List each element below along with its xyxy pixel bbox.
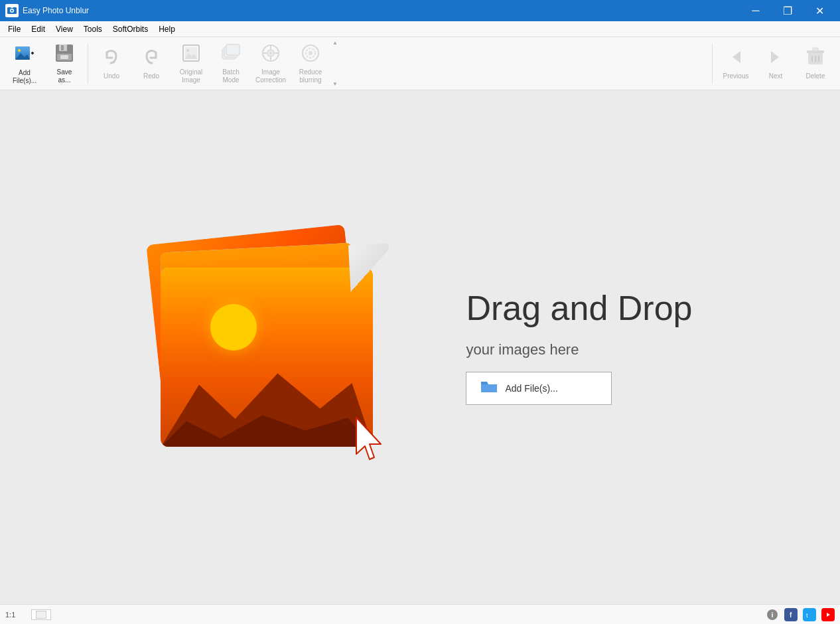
- original-image-button[interactable]: OriginalImage: [172, 41, 210, 86]
- delete-icon: [806, 47, 825, 70]
- add-files-label: AddFile(s)...: [13, 69, 36, 85]
- save-as-button[interactable]: Saveas...: [45, 41, 84, 86]
- app-title: Easy Photo Unblur: [23, 6, 740, 15]
- svg-marker-37: [356, 418, 381, 459]
- twitter-icon[interactable]: t: [803, 608, 816, 621]
- previous-label: Previous: [723, 72, 749, 80]
- next-button[interactable]: Next: [756, 41, 795, 86]
- batch-mode-button[interactable]: BatchMode: [212, 41, 250, 86]
- svg-rect-3: [11, 6, 13, 8]
- reduce-blurring-button[interactable]: Reduceblurring: [291, 41, 330, 86]
- info-icon[interactable]: i: [766, 608, 779, 621]
- svg-rect-12: [61, 45, 64, 50]
- image-correction-icon: [261, 43, 281, 66]
- photo-fold: [348, 243, 391, 298]
- menu-edit[interactable]: Edit: [26, 21, 50, 37]
- batch-mode-icon: [221, 43, 241, 66]
- add-files-main-button[interactable]: Add File(s)...: [466, 372, 612, 405]
- drop-area: Drag and Drop your images here Add File(…: [0, 90, 840, 604]
- svg-text:i: i: [771, 611, 773, 619]
- reduce-blurring-icon: [301, 43, 320, 66]
- scroll-up-icon[interactable]: ▲: [332, 40, 338, 46]
- folder-icon: [480, 379, 498, 398]
- svg-point-17: [186, 49, 189, 52]
- toolbar: AddFile(s)... Saveas... Undo: [0, 37, 840, 90]
- add-files-button[interactable]: AddFile(s)...: [5, 41, 44, 86]
- reduce-blurring-label: Reduceblurring: [299, 68, 322, 84]
- status-bar: 1:1 i f t: [0, 604, 840, 624]
- svg-point-28: [309, 51, 313, 55]
- menu-softorbits[interactable]: SoftOrbits: [107, 21, 153, 37]
- menu-view[interactable]: View: [50, 21, 78, 37]
- delete-label: Delete: [806, 72, 825, 80]
- save-icon: [54, 43, 74, 66]
- menu-bar: File Edit View Tools SoftOrbits Help: [0, 21, 840, 37]
- window-controls: ─ ❐ ✕: [740, 0, 835, 21]
- previous-button[interactable]: Previous: [717, 41, 755, 86]
- batch-mode-label: BatchMode: [222, 68, 240, 84]
- save-as-label: Saveas...: [57, 68, 72, 84]
- svg-rect-39: [36, 611, 46, 618]
- drag-drop-subtitle: your images here: [466, 341, 579, 358]
- previous-icon: [726, 47, 746, 70]
- add-files-icon: [14, 42, 35, 66]
- menu-help[interactable]: Help: [153, 21, 180, 37]
- menu-tools[interactable]: Tools: [78, 21, 107, 37]
- youtube-icon[interactable]: [821, 608, 835, 621]
- zoom-icon: [31, 609, 51, 620]
- toolbar-scroll: ▲ ▼: [332, 40, 338, 87]
- drop-text-area: Drag and Drop your images here Add File(…: [466, 289, 692, 404]
- minimize-button[interactable]: ─: [740, 0, 771, 21]
- original-image-icon: [181, 43, 201, 66]
- svg-rect-14: [60, 55, 68, 59]
- svg-point-25: [269, 52, 272, 54]
- original-image-label: OriginalImage: [180, 68, 202, 84]
- cursor-icon: [353, 414, 389, 467]
- image-illustration: [147, 221, 426, 473]
- svg-point-6: [18, 49, 21, 52]
- photo-card-front: [161, 268, 373, 447]
- scroll-down-icon[interactable]: ▼: [332, 81, 338, 87]
- zoom-level: 1:1: [5, 611, 15, 619]
- toolbar-right-sep: [712, 44, 713, 84]
- redo-icon: [141, 47, 161, 70]
- undo-button[interactable]: Undo: [92, 41, 131, 86]
- redo-label: Redo: [143, 72, 159, 80]
- app-icon: [5, 4, 19, 17]
- svg-marker-30: [771, 51, 779, 63]
- undo-icon: [102, 47, 121, 70]
- undo-label: Undo: [104, 72, 119, 80]
- redo-button[interactable]: Redo: [132, 41, 171, 86]
- svg-rect-22: [226, 44, 240, 55]
- close-button[interactable]: ✕: [804, 0, 835, 21]
- add-files-main-label: Add File(s)...: [505, 383, 557, 394]
- main-content: Drag and Drop your images here Add File(…: [0, 90, 840, 604]
- image-correction-button[interactable]: ImageCorrection: [251, 41, 290, 86]
- facebook-icon[interactable]: f: [784, 608, 798, 621]
- status-bar-right: i f t: [766, 608, 835, 621]
- svg-rect-33: [813, 48, 818, 51]
- svg-point-2: [11, 10, 13, 12]
- restore-button[interactable]: ❐: [772, 0, 803, 21]
- delete-button[interactable]: Delete: [796, 41, 835, 86]
- title-bar: Easy Photo Unblur ─ ❐ ✕: [0, 0, 840, 21]
- next-icon: [766, 47, 786, 70]
- toolbar-right: Previous Next D: [709, 41, 835, 86]
- toolbar-sep-1: [88, 44, 88, 84]
- next-label: Next: [769, 72, 783, 80]
- svg-marker-29: [733, 51, 740, 63]
- drag-drop-title: Drag and Drop: [466, 289, 692, 327]
- image-correction-label: ImageCorrection: [255, 68, 286, 84]
- menu-file[interactable]: File: [3, 21, 26, 37]
